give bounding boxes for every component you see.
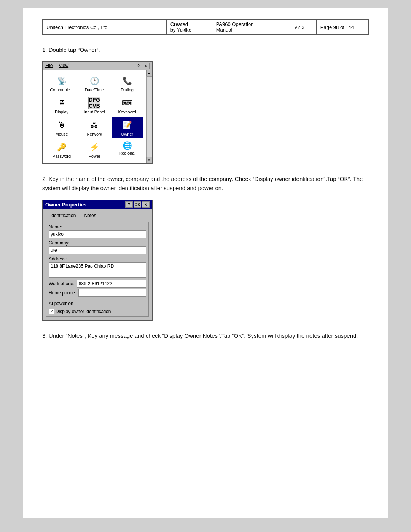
icon-power[interactable]: ⚡ Power	[79, 139, 110, 160]
icon-dialing[interactable]: 📞 Dialing	[112, 73, 143, 94]
icons-grid: 📡 Communic... 🕒 Date/Time 📞 Dialing 🖥 Di…	[43, 70, 146, 163]
menu-file[interactable]: File	[45, 63, 53, 69]
step2-text: 2. Key in the name of the owner, company…	[42, 174, 369, 193]
display-icon: 🖥	[56, 97, 68, 109]
icon-label-password: Password	[53, 154, 71, 158]
power-icon: ⚡	[88, 141, 100, 153]
work-phone-input[interactable]: 886-2-89121122	[77, 280, 146, 288]
icon-label-keyboard: Keyboard	[118, 110, 136, 114]
form-panel: Name: yukiko Company: ute Address: 118,8…	[46, 222, 149, 317]
scroll-up-btn[interactable]: ▲	[146, 70, 152, 76]
checkbox-label: Display owner identification	[56, 309, 111, 314]
address-input[interactable]: 118,8F,Lane235,Pao Chiao RD	[49, 262, 146, 278]
display-owner-checkbox[interactable]: ✓	[49, 309, 54, 314]
home-phone-input[interactable]	[78, 289, 146, 297]
regional-icon: 🌐	[121, 141, 133, 150]
name-input[interactable]: yukiko	[49, 230, 146, 238]
menu-view[interactable]: View	[59, 63, 68, 69]
icon-label-power: Power	[88, 154, 100, 158]
address-label: Address:	[49, 256, 146, 262]
icon-mouse[interactable]: 🖱 Mouse	[46, 117, 77, 138]
tab-notes[interactable]: Notes	[80, 212, 100, 219]
dialog-title-buttons: ? OK ×	[125, 201, 150, 208]
work-phone-label: Work phone:	[49, 281, 75, 286]
header-manual: PA960 OperationManual	[212, 20, 290, 35]
display-owner-checkbox-row: ✓ Display owner identification	[49, 309, 146, 314]
dialog-help-btn[interactable]: ?	[125, 201, 133, 208]
icon-regional[interactable]: 🌐 Regional	[112, 139, 143, 156]
icon-label-communicate: Communic...	[50, 88, 73, 92]
home-phone-label: Home phone:	[49, 290, 76, 296]
dialog-titlebar: Owner Properties ? OK ×	[43, 200, 152, 209]
dialog-content: Identification Notes Name: yukiko Compan…	[43, 209, 152, 320]
company-input[interactable]: ute	[49, 246, 146, 254]
win-controls: ? ×	[135, 63, 150, 69]
header-page: Page 98 of 144	[316, 20, 368, 35]
owner-properties-dialog: Owner Properties ? OK × Identification N…	[42, 200, 153, 321]
icon-label-display: Display	[55, 110, 68, 114]
step3-text: 3. Under “Notes”, Key any message and ch…	[42, 331, 369, 340]
menu-bar: File View ? ×	[43, 62, 152, 70]
dialog-title: Owner Properties	[45, 202, 86, 208]
icon-datetime[interactable]: 🕒 Date/Time	[79, 73, 110, 94]
icon-owner[interactable]: 📝 Owner	[112, 117, 143, 138]
input-panel-icon: DFGCVB	[88, 97, 100, 109]
power-on-section: At power-on ✓ Display owner identificati…	[49, 299, 146, 314]
at-power-on-label: At power-on	[49, 301, 73, 306]
header-created: Createdby Yukiko	[166, 20, 212, 35]
icon-label-owner: Owner	[121, 132, 133, 136]
communicate-icon: 📡	[56, 75, 68, 87]
dialing-icon: 📞	[121, 75, 133, 87]
scroll-down-btn[interactable]: ▼	[146, 157, 152, 163]
datetime-icon: 🕒	[88, 75, 100, 87]
icons-area: 📡 Communic... 🕒 Date/Time 📞 Dialing 🖥 Di…	[43, 70, 152, 163]
header-company: Unitech Electronics Co., Ltd	[43, 20, 167, 35]
scrollbar[interactable]: ▲ ▼	[146, 70, 152, 163]
work-phone-row: Work phone: 886-2-89121122	[49, 280, 146, 288]
icon-label-input-panel: Input Panel	[84, 110, 105, 114]
owner-icon: 📝	[121, 119, 133, 131]
company-label: Company:	[49, 240, 146, 246]
icon-display[interactable]: 🖥 Display	[46, 95, 77, 116]
keyboard-icon: ⌨	[121, 97, 133, 109]
icon-label-network: Network	[87, 132, 102, 136]
control-panel-screenshot: File View ? × 📡 Communic... 🕒 Date/Time	[42, 61, 153, 164]
icon-keyboard[interactable]: ⌨ Keyboard	[112, 95, 143, 116]
mouse-icon: 🖱	[56, 119, 68, 131]
network-icon: 🖧	[88, 119, 100, 131]
icon-label-dialing: Dialing	[121, 88, 134, 92]
icon-label-mouse: Mouse	[55, 132, 68, 136]
step1-text: 1. Double tap “Owner”.	[42, 45, 369, 54]
help-button[interactable]: ?	[135, 63, 142, 69]
page-container: Unitech Electronics Co., Ltd Createdby Y…	[23, 8, 388, 518]
icon-input-panel[interactable]: DFGCVB Input Panel	[79, 95, 110, 116]
icon-password[interactable]: 🔑 Password	[46, 139, 77, 160]
dialog-close-btn[interactable]: ×	[142, 201, 150, 208]
icon-network[interactable]: 🖧 Network	[79, 117, 110, 138]
icon-label-regional: Regional	[119, 151, 135, 155]
dialog-ok-btn[interactable]: OK	[134, 201, 141, 208]
close-button[interactable]: ×	[143, 63, 150, 69]
tab-row: Identification Notes	[46, 212, 149, 219]
header-version: V2.3	[290, 20, 317, 35]
home-phone-row: Home phone:	[49, 289, 146, 297]
scroll-track	[146, 76, 152, 157]
password-icon: 🔑	[56, 141, 68, 153]
tab-identification[interactable]: Identification	[46, 212, 80, 220]
icon-label-datetime: Date/Time	[85, 88, 104, 92]
header-table: Unitech Electronics Co., Ltd Createdby Y…	[42, 19, 369, 35]
icon-communicate[interactable]: 📡 Communic...	[46, 73, 77, 94]
name-label: Name:	[49, 224, 146, 230]
